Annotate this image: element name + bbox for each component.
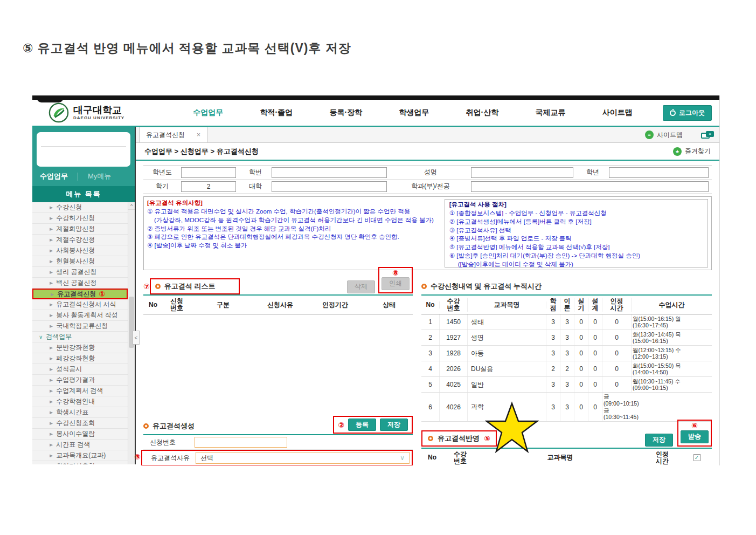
student-info-form: 학년도 학번 성명 학년 학기 2 대학 학과(부)/전공 bbox=[143, 165, 712, 194]
nav-item-course-affairs[interactable]: 수업업무 bbox=[193, 108, 223, 118]
browser-top-blob bbox=[37, 95, 64, 102]
sidebar-item-label: 분반강좌현황 bbox=[56, 343, 95, 352]
col-credit: 학 점 bbox=[546, 298, 560, 312]
sidebar-item-excused-absence[interactable]: ▶유고결석신청① bbox=[32, 289, 128, 299]
absence-apply-title: 유고결석반영 bbox=[438, 434, 480, 443]
absence-apply-header: 유고결석반영 ⑤ 저장 ⑥ 발송 bbox=[421, 429, 712, 448]
item-arrow-icon: ▶ bbox=[50, 421, 53, 425]
cell-design: 0 bbox=[588, 330, 602, 345]
sidebar-item-service-plan[interactable]: ▶봉사 활동계획서 작성 bbox=[32, 310, 128, 321]
nav-item-student-affairs[interactable]: 학생업무 bbox=[399, 108, 429, 118]
send-button[interactable]: 발송 bbox=[681, 430, 709, 443]
sidebar-item-vaccine-absence[interactable]: ▶백신 공결신청 bbox=[32, 278, 128, 289]
grade-input[interactable] bbox=[609, 167, 709, 178]
cell-practice: 0 bbox=[574, 314, 588, 330]
student-form-row-1: 학년도 학번 성명 학년 bbox=[143, 166, 712, 180]
absence-reason-label: 유고결석사유 bbox=[144, 454, 196, 463]
sidebar-tab-mymenu[interactable]: My메뉴 bbox=[88, 172, 111, 181]
cell-theory: 3 bbox=[560, 393, 574, 421]
grade-label: 학년 bbox=[577, 168, 609, 177]
term-label: 학기 bbox=[143, 182, 181, 191]
cell-credit: 3 bbox=[546, 346, 560, 361]
absence-list-title: 유고결석 리스트 bbox=[164, 282, 216, 291]
sidebar-item-class-evaluation[interactable]: ▶수업평가결과 bbox=[32, 375, 128, 386]
enrollment-table-header: No 수강 번호 교과목명 학 점 이 론 실 기 설 계 인정 시간 수업시간 bbox=[421, 296, 712, 314]
dept-input[interactable] bbox=[471, 181, 709, 192]
sidebar-tab-course-affairs[interactable]: 수업업무 bbox=[40, 172, 68, 181]
sidebar-item-blood-donation[interactable]: ▶헌혈봉사신청 bbox=[32, 256, 128, 267]
sitemap-link[interactable]: ≡ 사이트맵 bbox=[645, 131, 683, 140]
nav-item-records-graduation[interactable]: 학적·졸업 bbox=[260, 108, 293, 118]
cell-course-name: 일반 bbox=[468, 377, 546, 392]
col-category: 구분 bbox=[191, 301, 255, 308]
sidebar-item-label: 봉사이수열람 bbox=[56, 429, 95, 438]
cell-recognized-hours: 0 bbox=[602, 346, 632, 361]
sidebar-item-course-request[interactable]: ▶수강신청 bbox=[32, 202, 128, 213]
sidebar-item-cancelled-course-status[interactable]: ▶폐강강좌현황 bbox=[32, 353, 128, 364]
cell-class-time: 화(15:00~15:50) 목(14:00~14:50) bbox=[632, 361, 712, 376]
multi-window-icon[interactable]: × bbox=[701, 131, 714, 139]
scroll-up-icon[interactable]: ^ bbox=[128, 202, 135, 210]
notice-line: ⑦ [승인]완료 후 [유고결석 리스트]에서 해당 항목 선택후 [인쇄] 클… bbox=[449, 269, 703, 270]
name-input[interactable] bbox=[471, 167, 573, 178]
apply-save-button[interactable]: 저장 bbox=[645, 434, 673, 447]
save-button[interactable]: 저장 bbox=[380, 419, 408, 431]
sidebar-item-section-status[interactable]: ▶분반강좌현황 bbox=[32, 342, 128, 353]
sidebar-group-search[interactable]: ∨검색업무 bbox=[32, 332, 128, 342]
sidebar-item-grade-posting[interactable]: ▶성적공시 bbox=[32, 364, 128, 375]
delete-button[interactable]: 삭제 bbox=[347, 280, 375, 293]
logout-button[interactable]: 로그아웃 bbox=[663, 105, 712, 121]
sidebar-item-seasonal-hope[interactable]: ▶계절희망신청 bbox=[32, 224, 128, 235]
sidebar-item-domestic-credit-exchange[interactable]: ▶국내학점교류신청 bbox=[32, 321, 128, 332]
sidebar-item-course-outline[interactable]: ▶교과목개요(교과) bbox=[32, 450, 128, 461]
sidebar-item-seasonal-course[interactable]: ▶계절수강신청 bbox=[32, 235, 128, 245]
breadcrumb: 수업업무 > 신청업무 > 유고결석신청 bbox=[144, 147, 259, 156]
sidebar-item-service-record[interactable]: ▶봉사이수열람 bbox=[32, 429, 128, 440]
sidebar-item-timetable-search[interactable]: ▶시간표 검색 bbox=[32, 440, 128, 450]
cell-practice: 0 bbox=[574, 361, 588, 376]
tab-excused-absence[interactable]: 유고결석신청 × bbox=[139, 127, 207, 142]
request-no-input[interactable] bbox=[195, 437, 287, 448]
sidebar-item-course-permission[interactable]: ▶수강허가신청 bbox=[32, 213, 128, 224]
nav-item-career-industry[interactable]: 취업·산학 bbox=[466, 108, 499, 118]
cell-no: 2 bbox=[421, 330, 440, 345]
sidebar-item-excused-absence-form[interactable]: ▶유고결석신청서 서식 bbox=[32, 299, 128, 310]
notice-line: ② [유고결석생성]메뉴에서 [등록]버튼 클릭 후 [저장] bbox=[449, 218, 703, 227]
cell-credit: 2 bbox=[546, 361, 560, 376]
item-arrow-icon: ▶ bbox=[50, 356, 53, 360]
sidebar-item-social-service[interactable]: ▶사회봉사신청 bbox=[32, 245, 128, 256]
col-theory: 이 론 bbox=[560, 298, 574, 312]
item-arrow-icon: ▶ bbox=[50, 302, 53, 306]
sidebar-item-label: 수업계획서 검색 bbox=[56, 386, 103, 395]
absence-reason-select[interactable]: 선택 ∨ bbox=[196, 452, 410, 464]
page-title: ⑤ 유고결석 반영 메뉴에서 적용할 교과목 선택(V)후 저장 bbox=[23, 40, 351, 57]
favorites-link[interactable]: ★ 즐겨찾기 bbox=[673, 147, 711, 156]
sidebar-item-label: 유고결석신청 bbox=[57, 290, 96, 299]
notice-procedure-title: [유고결석 사용 절차] bbox=[449, 201, 703, 209]
sidebar-collapse-handle[interactable]: < bbox=[133, 331, 140, 345]
nav-item-registration-scholarship[interactable]: 등록·장학 bbox=[329, 108, 362, 118]
annotation-badge-6: ⑥ bbox=[691, 422, 698, 429]
register-button[interactable]: 등록 bbox=[348, 419, 376, 431]
year-input[interactable] bbox=[181, 167, 236, 178]
sidebar-item-syllabus-search[interactable]: ▶수업계획서 검색 bbox=[32, 386, 128, 396]
cell-recognized-hours: 0 bbox=[602, 330, 632, 345]
student-id-input[interactable] bbox=[272, 167, 387, 178]
cell-course-name: 과학 bbox=[468, 393, 546, 421]
print-button[interactable]: 인쇄 bbox=[382, 277, 410, 290]
sidebar-item-enrollment-lookup[interactable]: ▶수강신청조회 bbox=[32, 418, 128, 429]
sidebar-item-clipped[interactable]: ▶취업적성추천 bbox=[32, 461, 128, 464]
sidebar-item-credit-guide[interactable]: ▶수강학점안내 bbox=[32, 396, 128, 407]
sidebar-item-menstrual-absence[interactable]: ▶생리 공결신청 bbox=[32, 267, 128, 278]
cell-course-name: 생명 bbox=[468, 330, 546, 345]
sidebar-item-label: 백신 공결신청 bbox=[56, 278, 96, 287]
cell-course-name: DU실용 bbox=[468, 361, 546, 376]
nav-item-sitemap[interactable]: 사이트맵 bbox=[602, 108, 633, 118]
college-input[interactable] bbox=[272, 181, 387, 192]
col-period: 인정기간 bbox=[305, 301, 365, 308]
select-all-checkbox[interactable]: ✓ bbox=[693, 454, 700, 461]
sidebar-item-student-timetable[interactable]: ▶학생시간표 bbox=[32, 407, 128, 418]
cell-class-time: 금(09:00~10:15) 금(10:30~11:45) bbox=[602, 393, 632, 421]
tab-close-icon[interactable]: × bbox=[197, 131, 200, 139]
nav-item-international[interactable]: 국제교류 bbox=[536, 108, 566, 118]
